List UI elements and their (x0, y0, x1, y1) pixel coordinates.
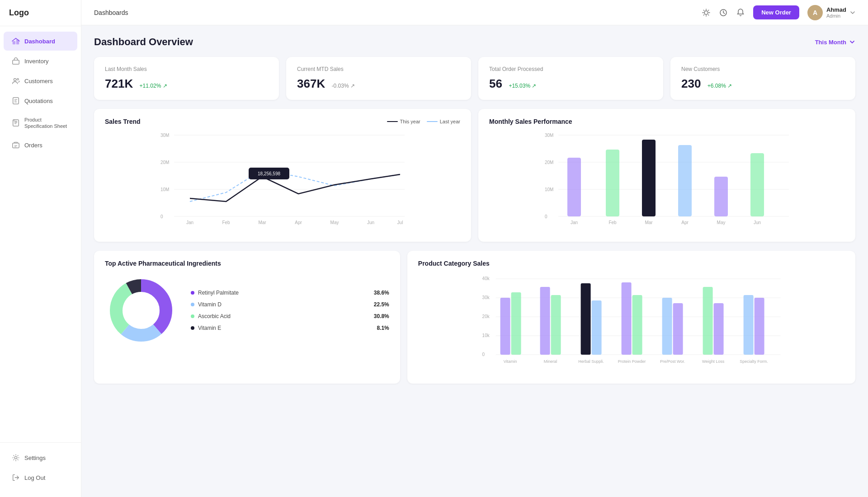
user-name: Ahmad (826, 6, 846, 13)
sidebar-item-orders[interactable]: Orders (4, 136, 77, 155)
legend-this-year-line (387, 121, 398, 122)
svg-text:Jun: Jun (367, 220, 374, 225)
svg-rect-78 (754, 298, 764, 355)
svg-rect-69 (580, 283, 590, 355)
svg-text:18,256,598: 18,256,598 (258, 171, 280, 176)
legend-dot-0 (191, 291, 194, 295)
sidebar-label-logout: Log Out (24, 474, 45, 481)
svg-text:10M: 10M (160, 187, 169, 192)
monthly-sales-title: Monthly Sales Performance (489, 118, 572, 125)
svg-text:20M: 20M (160, 160, 169, 165)
page-title: Dashboard Overview (94, 36, 193, 48)
stat-card-orders: Total Order Processed 56 +15.03% ↗ (478, 57, 663, 100)
stat-card-last-month: Last Month Sales 721K +11.02% ↗ (94, 57, 279, 100)
legend-label-3: Vitamin E (198, 325, 373, 331)
svg-text:0: 0 (160, 214, 163, 219)
svg-text:Jul: Jul (397, 220, 403, 225)
sidebar-item-inventory[interactable]: Inventory (4, 52, 77, 70)
svg-text:30M: 30M (545, 133, 553, 138)
sun-icon (702, 8, 711, 17)
svg-point-54 (123, 292, 159, 328)
logout-icon (12, 474, 20, 482)
monthly-sales-chart: 30M 20M 10M 0 (489, 131, 844, 233)
product-category-title: Product Category Sales (418, 260, 490, 267)
inventory-icon (12, 57, 20, 65)
product-category-card: Product Category Sales 40k 30k 20k 10k 0 (407, 251, 855, 384)
svg-rect-73 (662, 298, 672, 355)
page-header: Dashboard Overview This Month (94, 36, 855, 48)
legend-last-year-label: Last year (440, 119, 460, 124)
legend-this-year-label: This year (400, 119, 420, 124)
svg-text:Mar: Mar (258, 220, 266, 225)
sales-trend-card: Sales Trend This year Last year (94, 109, 471, 242)
sidebar-item-customers[interactable]: Customers (4, 71, 77, 90)
sidebar-item-logout[interactable]: Log Out (4, 468, 77, 487)
sales-trend-title: Sales Trend (105, 118, 141, 125)
svg-text:0: 0 (545, 214, 547, 219)
svg-rect-65 (500, 298, 510, 355)
stat-value-1: 367K (297, 77, 325, 91)
svg-text:Jun: Jun (754, 220, 761, 225)
bell-icon-btn[interactable] (736, 8, 745, 17)
new-order-button[interactable]: New Order (753, 5, 799, 19)
svg-rect-38 (567, 158, 581, 216)
svg-text:30k: 30k (482, 295, 490, 300)
period-selector[interactable]: This Month (815, 39, 855, 46)
svg-text:40k: 40k (482, 276, 490, 281)
svg-rect-67 (540, 287, 550, 355)
svg-rect-72 (632, 295, 642, 355)
stat-change-0: +11.02% ↗ (140, 83, 167, 89)
svg-rect-76 (713, 303, 723, 355)
svg-text:Apr: Apr (295, 220, 302, 225)
home-icon (12, 37, 20, 45)
legend-dot-1 (191, 303, 194, 306)
settings-icon (12, 454, 20, 462)
svg-text:10k: 10k (482, 333, 490, 338)
svg-text:Feb: Feb (222, 220, 230, 225)
legend-dot-3 (191, 326, 194, 330)
product-category-chart: 40k 30k 20k 10k 0 (418, 273, 844, 375)
header-title: Dashboards (94, 9, 694, 16)
svg-text:Jan: Jan (186, 220, 193, 225)
sidebar-item-settings[interactable]: Settings (4, 448, 77, 467)
sidebar-item-product-spec[interactable]: Product Specification Sheet (4, 111, 77, 135)
stat-card-customers: New Customers 230 +6.08% ↗ (670, 57, 855, 100)
svg-text:20k: 20k (482, 314, 490, 319)
svg-text:Specialty Form.: Specialty Form. (740, 359, 768, 364)
sun-icon-btn[interactable] (702, 8, 711, 17)
legend-row-1: Vitamin D 22.5% (191, 301, 389, 308)
sidebar-label-inventory: Inventory (24, 58, 48, 65)
chevron-down-icon (849, 39, 855, 45)
legend-label-1: Vitamin D (198, 301, 370, 308)
svg-text:30M: 30M (160, 133, 169, 138)
legend-pct-2: 30.8% (374, 313, 389, 319)
svg-rect-41 (678, 145, 692, 216)
sidebar-item-dashboard[interactable]: Dashobard (4, 32, 77, 51)
svg-text:Mineral: Mineral (544, 359, 557, 364)
nav-items: Dashobard Inventory Customers Quota (0, 26, 81, 442)
sidebar-item-quotations[interactable]: Quotations (4, 91, 77, 110)
svg-point-10 (704, 11, 708, 14)
donut-legend: Retinyl Palmitate 38.6% Vitamin D 22.5% … (191, 290, 389, 331)
avatar: A (807, 5, 823, 20)
sidebar-label-settings: Settings (24, 455, 46, 461)
orders-icon (12, 141, 20, 150)
stat-value-0: 721K (105, 77, 133, 91)
sidebar: Logo Dashobard Inventory Cus (0, 0, 81, 497)
monthly-sales-header: Monthly Sales Performance (489, 118, 844, 125)
customers-icon (12, 77, 20, 85)
main-wrap: Dashboards New Order (81, 0, 868, 497)
history-icon-btn[interactable] (719, 8, 728, 17)
svg-rect-71 (621, 282, 631, 355)
user-avatar-area[interactable]: A Ahmad Admin (807, 5, 855, 20)
sales-trend-header: Sales Trend This year Last year (105, 118, 460, 125)
content-area: Dashboard Overview This Month Last Month… (81, 25, 868, 497)
header: Dashboards New Order (81, 0, 868, 25)
legend-row-3: Vitamin E 8.1% (191, 325, 389, 331)
legend-pct-1: 22.5% (374, 301, 389, 308)
sales-trend-legend: This year Last year (387, 119, 461, 124)
stat-label-1: Current MTD Sales (297, 66, 460, 72)
svg-text:20M: 20M (545, 160, 553, 165)
svg-text:Protein Powder: Protein Powder (618, 359, 646, 364)
svg-text:Herbal Suppli.: Herbal Suppli. (578, 359, 604, 364)
